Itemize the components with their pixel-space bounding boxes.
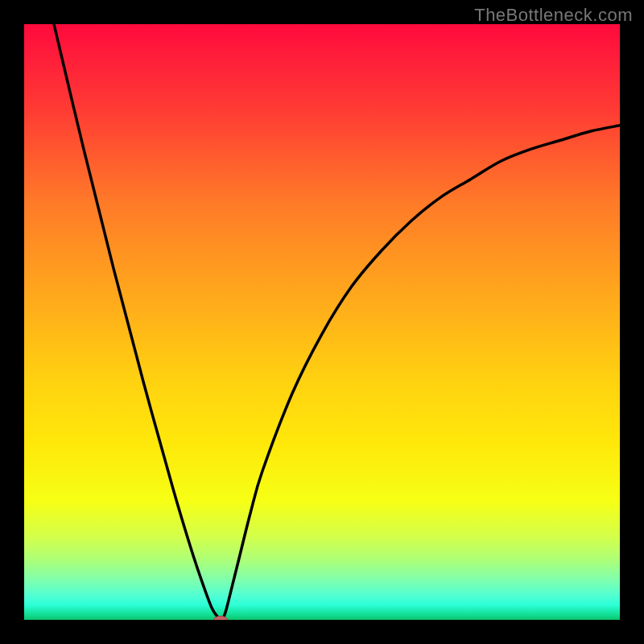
optimum-marker: [213, 616, 228, 620]
curve-svg: [24, 24, 620, 620]
plot-area: [24, 24, 620, 620]
chart-frame: TheBottleneck.com: [0, 0, 644, 644]
watermark-text: TheBottleneck.com: [474, 5, 633, 26]
bottleneck-curve: [54, 24, 620, 620]
